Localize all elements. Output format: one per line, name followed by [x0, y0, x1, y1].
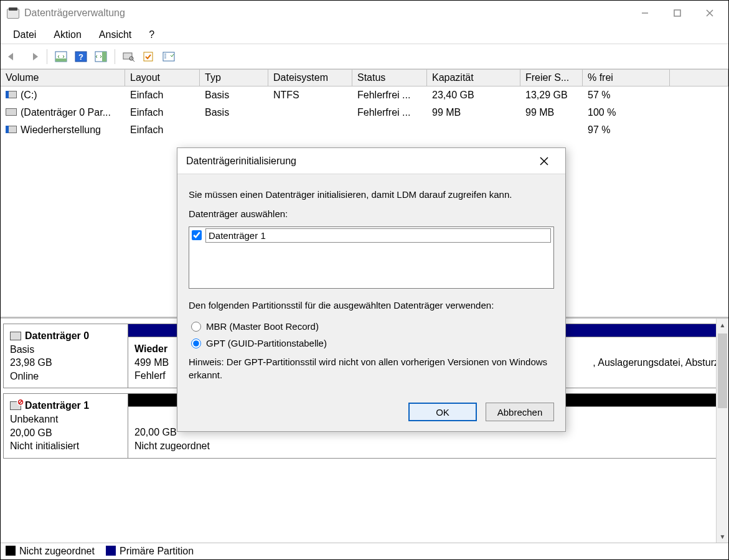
svg-rect-2: [55, 58, 67, 62]
vol-layout: Einfach: [125, 123, 200, 137]
disk-0-size: 23,98 GB: [10, 356, 121, 370]
check-icon[interactable]: [140, 48, 158, 65]
init-disk-dialog: Datenträgerinitialisierung Sie müssen ei…: [177, 147, 566, 432]
panel-icon[interactable]: [52, 48, 70, 65]
radio-gpt-row[interactable]: GPT (GUID-Partitionstabelle): [189, 335, 554, 352]
volume-icon: [6, 91, 17, 98]
menubar: Datei Aktion Ansicht ?: [1, 26, 728, 44]
radio-mbr-row[interactable]: MBR (Master Boot Record): [189, 318, 554, 335]
disk-0-info: Datenträger 0 Basis 23,98 GB Online: [4, 324, 128, 388]
vol-name: Wiederherstellung: [21, 124, 101, 135]
menu-datei[interactable]: Datei: [6, 27, 44, 43]
list-icon[interactable]: [160, 48, 177, 65]
toolbar-separator: [47, 49, 47, 64]
col-typ[interactable]: Typ: [200, 70, 268, 86]
col-volume[interactable]: Volume: [1, 70, 125, 86]
disk-1-info: Datenträger 1 Unbekannt 20,00 GB Nicht i…: [4, 394, 128, 457]
col-cap[interactable]: Kapazität: [427, 70, 520, 86]
vol-type: [200, 129, 268, 131]
svg-rect-6: [102, 52, 106, 62]
radio-mbr-label: MBR (Master Boot Record): [206, 320, 319, 333]
vol-cap: 99 MB: [427, 106, 520, 119]
disk-1-size: 20,00 GB: [10, 426, 121, 440]
vol-status: [352, 129, 427, 131]
toolbar-separator-2: [115, 49, 115, 64]
ok-button[interactable]: OK: [408, 403, 477, 421]
svg-rect-0: [674, 10, 680, 16]
menu-aktion[interactable]: Aktion: [46, 27, 88, 43]
disk-icon: [10, 332, 21, 340]
disk-0-left: Wieder 499 MB Fehlerf: [134, 342, 169, 383]
col-fs[interactable]: Dateisystem: [268, 70, 352, 86]
vol-free: 13,29 GB: [520, 88, 583, 102]
disk-1-status: Nicht initialisiert: [10, 439, 121, 453]
app-icon: [7, 7, 19, 19]
disk-select-item: Datenträger 1: [205, 228, 551, 243]
help-icon[interactable]: ?: [72, 48, 90, 65]
svg-rect-7: [123, 53, 132, 59]
minimize-button[interactable]: [629, 1, 661, 25]
col-free[interactable]: Freier S...: [520, 70, 583, 86]
vol-fs: [268, 111, 352, 114]
forward-button[interactable]: [24, 48, 42, 65]
search-icon[interactable]: [120, 48, 138, 65]
vol-cap: 23,40 GB: [427, 88, 520, 102]
dialog-titlebar: Datenträgerinitialisierung: [177, 148, 565, 174]
scrollbar[interactable]: ▲ ▼: [716, 319, 728, 543]
legend-primary: Primäre Partition: [106, 546, 194, 557]
volume-row[interactable]: (Datenträger 0 Par... Einfach Basis Fehl…: [1, 104, 728, 121]
disk-select-list[interactable]: Datenträger 1: [189, 226, 554, 289]
swatch-black: [6, 546, 16, 556]
svg-text:?: ?: [78, 52, 83, 62]
vol-pct: 97 %: [583, 123, 670, 137]
titlebar: Datenträgerverwaltung: [1, 1, 728, 26]
vol-name: (C:): [21, 90, 37, 100]
vol-free: [520, 129, 583, 131]
vol-cap: [427, 129, 520, 131]
legend-primary-label: Primäre Partition: [120, 546, 194, 556]
col-status[interactable]: Status: [352, 70, 427, 86]
dialog-intro: Sie müssen einen Datenträger initialisie…: [189, 188, 554, 201]
disk-0-right-text: , Auslagerungsdatei, Absturz: [593, 356, 719, 370]
dialog-body: Sie müssen einen Datenträger initialisie…: [177, 174, 565, 394]
disk-1-part-size: 20,00 GB: [134, 427, 177, 437]
dialog-select-label: Datenträger auswählen:: [189, 207, 554, 220]
volume-row[interactable]: (C:) Einfach Basis NTFS Fehlerfrei ... 2…: [1, 86, 728, 104]
back-button[interactable]: [4, 48, 22, 65]
vol-fs: NTFS: [268, 88, 352, 102]
col-pct[interactable]: % frei: [583, 70, 670, 86]
disk-select-checkbox[interactable]: [192, 230, 202, 240]
maximize-button[interactable]: [661, 1, 694, 25]
legend-unalloc-label: Nicht zugeordnet: [19, 546, 95, 556]
vol-free: 99 MB: [520, 106, 583, 119]
dialog-close-button[interactable]: [532, 149, 557, 174]
disk-select-row[interactable]: Datenträger 1: [190, 228, 552, 242]
cancel-button[interactable]: Abbrechen: [486, 403, 554, 421]
scroll-down-icon[interactable]: ▼: [717, 530, 728, 543]
dialog-hint: Hinweis: Der GPT-Partitionsstil wird nic…: [189, 355, 554, 381]
vol-pct: 57 %: [583, 88, 670, 102]
vol-fs: [268, 129, 352, 131]
close-button[interactable]: [694, 1, 726, 25]
volume-icon: [6, 126, 17, 133]
dialog-title: Datenträgerinitialisierung: [186, 156, 296, 167]
vol-layout: Einfach: [125, 88, 200, 102]
dialog-style-label: Den folgenden Partitionsstil für die aus…: [189, 299, 554, 312]
window-title: Datenträgerverwaltung: [24, 7, 125, 19]
disk-1-type: Unbekannt: [10, 413, 121, 426]
radio-mbr[interactable]: [191, 322, 201, 332]
col-layout[interactable]: Layout: [125, 70, 200, 86]
scroll-thumb[interactable]: [718, 334, 727, 408]
toolbar: ?: [1, 44, 728, 69]
menu-ansicht[interactable]: Ansicht: [92, 27, 139, 43]
vol-status: Fehlerfrei ...: [352, 106, 427, 119]
menu-help[interactable]: ?: [141, 27, 162, 43]
disk-icon-error: [10, 401, 21, 410]
panel2-icon[interactable]: [92, 48, 110, 65]
legend-unalloc: Nicht zugeordnet: [6, 546, 95, 557]
radio-gpt[interactable]: [191, 338, 201, 348]
disk-1-part-status: Nicht zugeordnet: [134, 441, 210, 451]
volume-row[interactable]: Wiederherstellung Einfach 97 %: [1, 121, 728, 139]
vol-type: Basis: [200, 88, 268, 102]
scroll-up-icon[interactable]: ▲: [717, 319, 728, 331]
